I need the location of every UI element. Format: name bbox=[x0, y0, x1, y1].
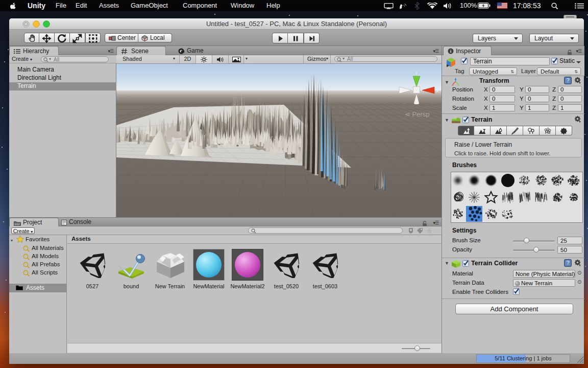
svg-text:⋖ Persp: ⋖ Persp bbox=[405, 110, 429, 118]
svg-text:x: x bbox=[436, 87, 439, 94]
svg-text:y: y bbox=[415, 69, 418, 75]
svg-text:?: ? bbox=[566, 260, 569, 266]
